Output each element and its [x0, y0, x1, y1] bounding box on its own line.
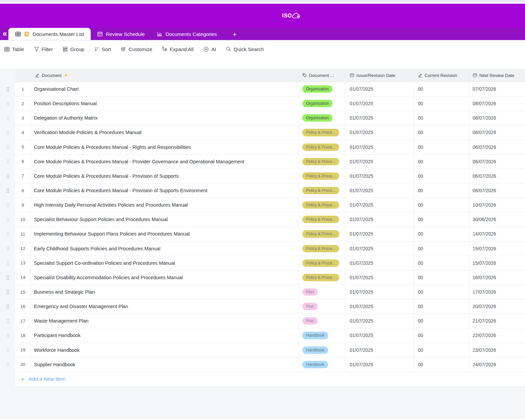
toolbar-filter-button[interactable]: Filter [34, 46, 53, 52]
issue-revision-date-cell[interactable]: 01/07/2025 [345, 314, 414, 328]
document-cell[interactable]: Specialist Support Co-ordination Policie… [31, 256, 299, 270]
current-revision-cell[interactable]: 00 [414, 96, 469, 111]
next-review-date-cell[interactable]: 07/07/2026 [469, 82, 525, 96]
drag-handle-icon[interactable] [7, 232, 7, 233]
drag-handle-icon[interactable] [7, 363, 7, 363]
row-number-cell[interactable]: 14 [15, 270, 31, 285]
drag-handle-icon[interactable] [7, 276, 7, 276]
issue-revision-date-cell[interactable]: 01/07/2025 [345, 285, 414, 299]
add-new-item-button[interactable]: + Add a New Item [15, 372, 525, 386]
document-category-cell[interactable]: Policy & Proce... [299, 242, 345, 256]
next-review-date-cell[interactable]: 20/07/2026 [469, 299, 525, 313]
issue-revision-date-cell[interactable]: 01/07/2025 [345, 125, 414, 139]
next-review-date-cell[interactable]: 06/07/2026 [469, 183, 525, 198]
document-cell[interactable]: Emergency and Disaster Management Plan [31, 299, 299, 313]
row-number-cell[interactable]: 18 [15, 328, 31, 342]
next-review-date-cell[interactable]: 06/07/2026 [469, 169, 525, 183]
toolbar-ai-button[interactable]: AI AI [203, 46, 216, 52]
row-number-cell[interactable]: 20 [15, 358, 31, 372]
document-cell[interactable]: Business and Strategic Plan [31, 285, 299, 299]
document-cell[interactable]: Core Module Policies & Procedures Manual… [31, 169, 299, 183]
current-revision-cell[interactable]: 00 [414, 328, 469, 342]
next-review-date-cell[interactable]: 15/07/2026 [469, 242, 525, 256]
issue-revision-date-cell[interactable]: 01/07/2025 [345, 227, 414, 241]
document-category-cell[interactable]: Policy & Proce... [299, 198, 345, 212]
document-cell[interactable]: Implementing Behaviour Support Plans Pol… [31, 227, 299, 241]
document-category-cell[interactable]: Policy & Proce... [299, 212, 345, 226]
document-cell[interactable]: Waste Management Plan [31, 314, 299, 328]
row-number-cell[interactable]: 13 [15, 256, 31, 270]
document-category-cell[interactable]: Handbook [299, 343, 345, 357]
next-review-date-cell[interactable]: 06/07/2026 [469, 125, 525, 139]
tab-documents-categories[interactable]: Documents Categories [151, 28, 223, 40]
current-revision-cell[interactable]: 00 [414, 140, 469, 154]
tab-documents-master-list[interactable]: Documents Master List [8, 28, 91, 40]
document-category-cell[interactable]: Organisation [299, 96, 345, 111]
row-number-cell[interactable]: 5 [15, 140, 31, 154]
drag-handle-icon[interactable] [7, 203, 7, 204]
document-category-cell[interactable]: Organisation [299, 111, 345, 125]
document-cell[interactable]: Workforce Handbook [31, 343, 299, 357]
row-number-cell[interactable]: 9 [15, 198, 31, 212]
next-review-date-cell[interactable]: 24/07/2026 [469, 358, 525, 372]
current-revision-cell[interactable]: 00 [414, 125, 469, 139]
issue-revision-date-cell[interactable]: 01/07/2025 [345, 212, 414, 226]
drag-handle-icon[interactable] [7, 174, 7, 175]
toolbar-table-button[interactable]: Table [4, 46, 24, 52]
current-revision-cell[interactable]: 00 [414, 212, 469, 226]
document-cell[interactable]: Supplier Handbook [31, 358, 299, 372]
drag-handle-icon[interactable] [7, 102, 7, 102]
document-cell[interactable]: High Intensity Daily Personal Activities… [31, 198, 299, 212]
issue-revision-date-cell[interactable]: 01/07/2025 [345, 358, 414, 372]
header-issue-revision-date[interactable]: Issue/Revision Date [345, 69, 414, 82]
toolbar-group-button[interactable]: Group [62, 46, 84, 52]
drag-handle-icon[interactable] [7, 247, 7, 247]
next-review-date-cell[interactable]: 22/07/2026 [469, 328, 525, 342]
issue-revision-date-cell[interactable]: 01/07/2025 [345, 82, 414, 96]
current-revision-cell[interactable]: 00 [414, 270, 469, 285]
toolbar-expand-all-button[interactable]: Expand All [162, 46, 193, 52]
document-category-cell[interactable]: Policy & Proce... [299, 227, 345, 241]
issue-revision-date-cell[interactable]: 01/07/2025 [345, 270, 414, 285]
row-number-cell[interactable]: 19 [15, 343, 31, 357]
document-cell[interactable]: Participant Handbook [31, 328, 299, 342]
document-cell[interactable]: Verification Module Policies & Procedure… [31, 125, 299, 139]
header-document[interactable]: Document ★ [31, 69, 299, 82]
drag-handle-icon[interactable] [7, 116, 7, 117]
document-cell[interactable]: Specialist Behaviour Support Policies an… [31, 212, 299, 226]
next-review-date-cell[interactable]: 23/07/2026 [469, 343, 525, 357]
issue-revision-date-cell[interactable]: 01/07/2025 [345, 169, 414, 183]
issue-revision-date-cell[interactable]: 01/07/2025 [345, 140, 414, 154]
drag-handle-icon[interactable] [7, 218, 7, 218]
drag-handle-icon[interactable] [7, 145, 7, 146]
next-review-date-cell[interactable]: 30/06/2026 [469, 212, 525, 226]
current-revision-cell[interactable]: 00 [414, 227, 469, 241]
document-category-cell[interactable]: Policy & Proce... [299, 140, 345, 154]
next-review-date-cell[interactable]: 14/07/2026 [469, 227, 525, 241]
document-category-cell[interactable]: Organisation [299, 82, 345, 96]
document-category-cell[interactable]: Policy & Proce... [299, 169, 345, 183]
current-revision-cell[interactable]: 00 [414, 314, 469, 328]
row-number-cell[interactable]: 6 [15, 155, 31, 169]
toolbar-quick-search-button[interactable]: Quick Search [226, 46, 264, 52]
document-category-cell[interactable]: Policy & Proce... [299, 183, 345, 198]
next-review-date-cell[interactable]: 16/07/2026 [469, 270, 525, 285]
drag-handle-icon[interactable] [7, 261, 7, 262]
row-number-cell[interactable]: 7 [15, 169, 31, 183]
header-current-revision[interactable]: Current Revision [414, 69, 469, 82]
document-cell[interactable]: Core Module Policies & Procedures Manual… [31, 155, 299, 169]
issue-revision-date-cell[interactable]: 01/07/2025 [345, 96, 414, 111]
document-cell[interactable]: Organisational Chart [31, 82, 299, 96]
document-cell[interactable]: Core Module Policies & Procedures Manual… [31, 140, 299, 154]
row-number-cell[interactable]: 12 [15, 242, 31, 256]
next-review-date-cell[interactable]: 08/07/2026 [469, 111, 525, 125]
current-revision-cell[interactable]: 00 [414, 155, 469, 169]
document-category-cell[interactable]: Handbook [299, 328, 345, 342]
issue-revision-date-cell[interactable]: 01/07/2025 [345, 111, 414, 125]
row-number-cell[interactable]: 16 [15, 299, 31, 313]
document-category-cell[interactable]: Policy & Proce... [299, 256, 345, 270]
document-cell[interactable]: Specialist Disability Accommodation Poli… [31, 270, 299, 285]
issue-revision-date-cell[interactable]: 01/07/2025 [345, 256, 414, 270]
drag-handle-icon[interactable] [7, 348, 7, 349]
row-number-cell[interactable]: 4 [15, 125, 31, 139]
